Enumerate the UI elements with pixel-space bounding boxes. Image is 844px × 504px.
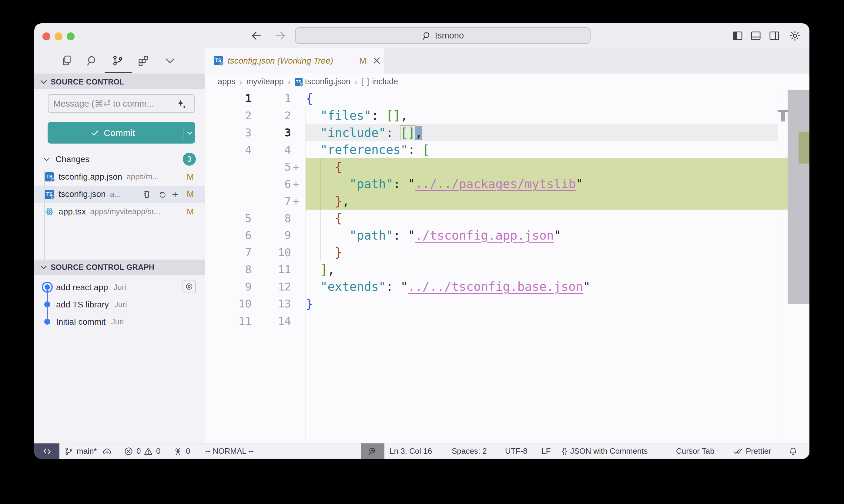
modified-line-number: 11 — [255, 261, 291, 278]
toggle-panel-left-icon[interactable] — [731, 30, 744, 42]
file-row-tsconfig.json[interactable]: TS⚙ tsconfig.json a... M — [34, 186, 205, 203]
status-item-prettier[interactable]: Prettier — [733, 444, 771, 459]
status-item-0[interactable]: 0 — [143, 444, 160, 459]
code-text[interactable]: ], — [306, 261, 335, 278]
code-text[interactable]: "files": [], — [306, 107, 408, 124]
code-text[interactable]: } — [306, 244, 342, 261]
modified-line-number: 12 — [255, 278, 291, 295]
activity-bar-item-more-views[interactable] — [164, 54, 176, 67]
activity-bar-item-search[interactable] — [86, 54, 99, 67]
commit-message-input[interactable]: Message (⌘⏎ to comm... — [48, 94, 195, 113]
close-light[interactable] — [42, 32, 50, 40]
modified-line-number: 1 — [255, 90, 291, 107]
status-item--normal-[interactable]: -- NORMAL -- — [205, 444, 254, 459]
code-text[interactable]: "include": [], — [306, 124, 422, 141]
changes-count-badge: 3 — [183, 152, 196, 166]
status-item-json-with-comments[interactable]: {}JSON with Comments — [562, 444, 648, 459]
zoom-light[interactable] — [67, 32, 74, 40]
close-icon — [372, 55, 382, 66]
forward-button[interactable] — [274, 30, 287, 42]
status-item-ln-3-col-16[interactable]: Ln 3, Col 16 — [390, 444, 432, 459]
breadcrumb-item-include[interactable]: [ ]include — [361, 77, 398, 86]
commit-button[interactable]: Commit — [48, 122, 195, 144]
ts-file-icon: TS⚙ — [45, 190, 54, 199]
status-item-bell-icon[interactable] — [788, 444, 798, 459]
original-line-number: 10 — [205, 295, 252, 312]
code-line-8: 58 { — [205, 210, 809, 227]
remote-icon — [42, 446, 52, 456]
modified-status: M — [187, 168, 194, 185]
source-control-graph-section-header[interactable]: SOURCE CONTROL GRAPH — [34, 259, 205, 275]
breadcrumb: apps›myviteapp›TS⚙tsconfig.json›[ ]inclu… — [205, 74, 809, 90]
modified-line-number: 9 — [255, 227, 291, 244]
toggle-settings-gear-icon[interactable] — [789, 30, 801, 42]
status-text: Cursor Tab — [676, 447, 714, 456]
code-text[interactable]: "path": "../../packages/mytslib" — [306, 175, 583, 193]
forward-icon — [274, 30, 287, 42]
status-item-0[interactable]: 0 — [173, 444, 190, 459]
file-row-tsconfig.app.json[interactable]: TS⚙ tsconfig.app.json apps/m... M — [34, 168, 205, 185]
status-item-0[interactable]: 0 — [124, 444, 141, 459]
code-line-12: 912 "extends": "../../tsconfig.base.json… — [205, 278, 809, 295]
added-line-marker: + — [293, 175, 299, 193]
back-button[interactable] — [250, 30, 263, 42]
source-control-section-header[interactable]: SOURCE CONTROL — [34, 74, 205, 89]
status-item-lf[interactable]: LF — [541, 444, 551, 459]
file-action-discard-changes[interactable] — [158, 190, 167, 199]
chevron-down-icon — [43, 156, 51, 163]
activity-bar-item-extensions[interactable] — [137, 54, 150, 67]
scrollbar-thumb[interactable] — [788, 90, 809, 304]
code-line-5: 5+ { — [205, 158, 809, 175]
status-text: 0 — [136, 447, 141, 456]
code-text[interactable]: }, — [306, 192, 349, 210]
status-item-cloud-upload-icon[interactable] — [102, 444, 112, 459]
status-text: 0 — [186, 447, 190, 456]
code-text[interactable]: "references": [ — [306, 141, 430, 158]
code-text[interactable]: { — [306, 210, 342, 227]
status-item-main-[interactable]: main* — [64, 444, 97, 459]
overview-cursor-marker — [778, 110, 789, 112]
commit-row-1[interactable]: add react app Juri — [34, 278, 205, 296]
file-action-open-file[interactable] — [142, 190, 151, 199]
go-to-file-icon — [142, 190, 151, 199]
commit-row-3[interactable]: Initial commit Juri — [34, 313, 205, 330]
status-item-cursor-tab[interactable]: Cursor Tab — [676, 444, 714, 459]
changes-header[interactable]: Changes 3 — [34, 150, 205, 168]
file-row-app.tsx[interactable]: app.tsx apps/myviteapp/sr... M — [34, 203, 205, 220]
commit-row-2[interactable]: add TS library Juri — [34, 296, 205, 313]
code-text[interactable]: { — [306, 90, 313, 107]
message-placeholder: Message (⌘⏎ to comm... — [53, 98, 154, 109]
breadcrumb-item-apps[interactable]: apps — [218, 77, 236, 86]
breadcrumb-label: include — [372, 77, 398, 86]
toggle-panel-bottom-icon[interactable] — [750, 30, 762, 42]
modified-line-number: 5 — [255, 158, 291, 175]
activity-bar-item-explorer[interactable] — [60, 54, 73, 67]
breadcrumb-item-myviteapp[interactable]: myviteapp — [246, 77, 284, 86]
code-text[interactable]: "path": "./tsconfig.app.json" — [306, 227, 561, 244]
toggle-panel-right-icon[interactable] — [768, 30, 780, 42]
original-line-number: 4 — [205, 141, 252, 158]
panel-bottom-icon — [750, 30, 762, 42]
code-text[interactable]: "extends": "../../tsconfig.base.json" — [306, 278, 590, 295]
code-text[interactable]: } — [306, 295, 313, 312]
zoom-indicator[interactable] — [361, 444, 384, 459]
command-center-search[interactable]: tsmono — [295, 27, 590, 44]
file-action-stage-changes[interactable] — [171, 190, 179, 199]
minimize-light[interactable] — [55, 32, 63, 40]
code-text[interactable]: { — [306, 158, 342, 175]
commit-dropdown-button[interactable] — [186, 129, 194, 137]
original-line-number — [205, 158, 252, 175]
remote-button[interactable] — [34, 444, 59, 459]
status-item-utf-8[interactable]: UTF-8 — [505, 444, 528, 459]
goto-current-commit-button[interactable] — [183, 280, 196, 293]
close-tab-button[interactable] — [372, 55, 382, 66]
status-item-spaces-2[interactable]: Spaces: 2 — [452, 444, 487, 459]
tab-tsconfig-working-tree[interactable]: TS⚙ tsconfig.json (Working Tree) M — [205, 48, 384, 74]
chevron-down-icon — [186, 129, 194, 137]
activity-bar-item-source-control[interactable] — [111, 54, 124, 67]
check-icon — [90, 128, 100, 138]
breadcrumb-item-tsconfig.json[interactable]: TS⚙tsconfig.json — [295, 77, 350, 86]
branch-icon — [64, 447, 74, 456]
sparkle-icon[interactable] — [176, 98, 187, 110]
original-line-number — [205, 175, 252, 193]
